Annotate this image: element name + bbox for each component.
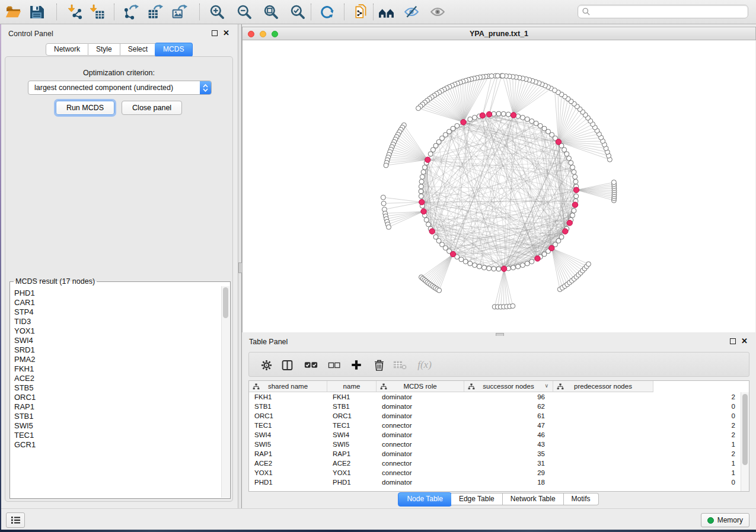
mcds-result-item[interactable]: TEC1 [14,431,221,440]
table-row-YOX1[interactable]: YOX1YOX1connector291 [249,468,741,477]
optimization-criterion-select[interactable]: largest connected component (undirected) [28,81,212,95]
mcds-list-scrollbar-thumb[interactable] [223,287,228,318]
cell: 1 [553,469,741,476]
show-columns-icon [281,359,294,371]
mcds-result-item[interactable]: CAR1 [14,298,221,307]
tab-style[interactable]: Style [88,43,120,56]
deselect-all-button[interactable] [325,356,343,374]
tab-mcds[interactable]: MCDS [155,43,193,57]
open-file-button[interactable] [2,1,24,23]
show-columns-button[interactable] [278,356,296,374]
mcds-list-scrollbar[interactable] [221,286,229,498]
mcds-result-item[interactable]: STP4 [14,307,221,317]
run-mcds-button[interactable]: Run MCDS [56,101,114,115]
export-image-button[interactable] [169,1,190,23]
select-all-icon [304,360,318,370]
close-window-icon[interactable]: ✕ [223,30,229,36]
table-settings-button[interactable] [257,356,275,374]
table-row-PHD1[interactable]: PHD1PHD1dominator180 [249,477,741,487]
mcds-result-item[interactable]: PMA2 [14,355,221,364]
table-row-SWI5[interactable]: SWI5SWI5connector431 [249,440,741,449]
mcds-result-item[interactable]: STB5 [14,383,221,393]
column-header-label: MCDS role [403,383,436,390]
tab-edge-table[interactable]: Edge Table [451,493,503,505]
vertical-splitter[interactable] [238,24,242,508]
mcds-result-item[interactable]: GCR1 [14,440,221,450]
first-neighbors-button[interactable] [375,1,397,23]
export-network-button[interactable] [120,1,142,23]
tab-network-table[interactable]: Network Table [503,493,564,505]
import-network-button[interactable] [65,1,86,23]
cell: connector [377,441,464,448]
cell: SWI4 [327,431,377,438]
show-all-button[interactable] [427,1,448,23]
table-scrollbar-thumb[interactable] [742,394,748,465]
cell: RAP1 [327,450,377,457]
table-row-STB1[interactable]: STB1STB1dominator620 [249,402,741,411]
tab-node-table[interactable]: Node Table [398,492,452,507]
select-all-button[interactable] [302,356,320,374]
mcds-result-item[interactable]: ORC1 [14,393,221,402]
import-table-icon [90,4,105,20]
zoom-fit-button[interactable] [260,1,282,23]
network-canvas[interactable] [242,40,755,332]
table-scrollbar[interactable] [741,392,749,491]
delete-row-button[interactable] [370,356,388,374]
table-row-RAP1[interactable]: RAP1RAP1dominator352 [249,449,741,459]
tab-select[interactable]: Select [120,43,156,56]
zoom-out-button[interactable] [234,1,255,23]
memory-button[interactable]: Memory [701,513,749,527]
table-row-FKH1[interactable]: FKH1FKH1dominator962 [249,392,741,402]
cell: YOX1 [249,469,327,476]
column-header-successor-nodes[interactable]: successor nodes∨ [464,381,553,392]
mcds-result-item[interactable]: YOX1 [14,326,221,336]
refresh-view-button[interactable] [316,1,337,23]
tab-motifs[interactable]: Motifs [564,493,599,505]
column-header-name[interactable]: name [327,381,377,392]
hide-selected-button[interactable] [401,1,422,23]
zoom-selected-button[interactable] [287,1,308,23]
column-header-MCDS-role[interactable]: MCDS role [377,381,464,392]
network-window-titlebar[interactable]: YPA_prune.txt_1 [242,27,756,40]
column-header-shared-name[interactable]: shared name [249,381,327,392]
column-header-predecessor-nodes[interactable]: predecessor nodes [553,381,653,392]
mcds-result-item[interactable]: TID3 [14,317,221,326]
mcds-result-title: MCDS result (17 nodes) [14,277,97,286]
add-row-button[interactable] [347,356,365,374]
clone-network-button[interactable] [350,1,372,23]
float-window-icon[interactable] [212,30,218,36]
zoom-in-button[interactable] [206,1,228,23]
refresh-view-icon [320,5,334,20]
tab-network[interactable]: Network [46,43,88,56]
save-session-button[interactable] [25,1,47,23]
mcds-result-item[interactable]: FKH1 [14,364,221,374]
table-row-ACE2[interactable]: ACE2ACE2connector311 [249,459,741,468]
cell: connector [377,469,464,476]
close-window-icon[interactable]: ✕ [741,338,748,344]
float-window-icon[interactable] [730,338,736,344]
table-row-TEC1[interactable]: TEC1TEC1connector472 [249,421,741,430]
mcds-result-item[interactable]: SWI4 [14,336,221,345]
cell: ACE2 [249,460,327,467]
show-panels-button[interactable] [6,512,25,528]
search-field[interactable] [578,5,748,18]
export-table-button[interactable] [145,1,166,23]
cell: PHD1 [249,479,327,486]
mcds-result-item[interactable]: ACE2 [14,374,221,383]
mcds-result-item[interactable]: PHD1 [14,289,221,298]
cell: STB1 [327,403,377,410]
search-input[interactable] [591,7,744,17]
close-panel-button[interactable]: Close panel [122,101,182,115]
mcds-result-item[interactable]: SRD1 [14,345,221,355]
table-row-SWI4[interactable]: SWI4SWI4dominator462 [249,430,741,440]
toolbar-separator [344,4,344,20]
import-table-button[interactable] [87,1,108,23]
mcds-result-list[interactable]: PHD1CAR1STP4TID3YOX1SWI4SRD1PMA2FKH1ACE2… [11,287,221,498]
table-row-ORC1[interactable]: ORC1ORC1dominator610 [249,411,741,421]
mcds-result-item[interactable]: SWI5 [14,421,221,431]
cell: 2 [553,393,741,400]
cell: SWI5 [327,441,377,448]
mcds-result-item[interactable]: RAP1 [14,402,221,412]
mcds-result-item[interactable]: STB1 [14,412,221,421]
network-graph[interactable] [243,40,756,332]
